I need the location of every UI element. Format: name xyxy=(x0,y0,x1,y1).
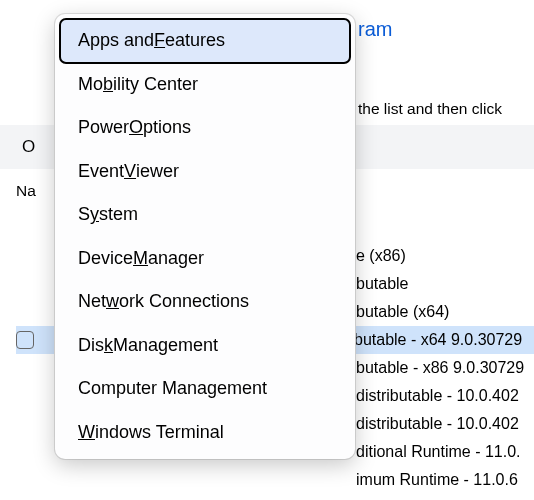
menu-item-accelerator: O xyxy=(129,117,143,138)
menu-item-event-viewer[interactable]: Event Viewer xyxy=(60,150,350,194)
menu-item-post: iewer xyxy=(136,161,179,182)
menu-item-network-connections[interactable]: Network Connections xyxy=(60,280,350,324)
menu-item-apps-and-features[interactable]: Apps and Features xyxy=(60,19,350,63)
menu-item-pre: S xyxy=(78,204,90,225)
menu-item-pre: Apps and xyxy=(78,30,154,51)
menu-item-post: eatures xyxy=(165,30,225,51)
menu-item-pre: Dis xyxy=(78,335,104,356)
menu-item-post: stem xyxy=(99,204,138,225)
menu-item-disk-management[interactable]: Disk Management xyxy=(60,324,350,368)
menu-item-accelerator: W xyxy=(78,422,95,443)
help-text-partial: the list and then click xyxy=(358,100,502,118)
menu-item-accelerator: y xyxy=(90,204,99,225)
organize-label-partial: O xyxy=(22,137,35,157)
menu-item-device-manager[interactable]: Device Manager xyxy=(60,237,350,281)
menu-item-pre: Net xyxy=(78,291,106,312)
menu-item-accelerator: F xyxy=(154,30,165,51)
menu-item-system[interactable]: System xyxy=(60,193,350,237)
menu-item-accelerator: g xyxy=(207,378,217,399)
menu-item-post: Management xyxy=(113,335,218,356)
column-header-name[interactable]: Na xyxy=(16,182,36,200)
menu-item-pre: Mo xyxy=(78,74,103,95)
menu-item-mobility-center[interactable]: Mobility Center xyxy=(60,63,350,107)
menu-item-pre: Computer Mana xyxy=(78,378,207,399)
link-program-partial[interactable]: ram xyxy=(358,18,392,40)
winx-context-menu: Apps and FeaturesMobility CenterPower Op… xyxy=(55,14,355,459)
menu-item-accelerator: M xyxy=(133,248,148,269)
menu-item-post: indows Terminal xyxy=(95,422,224,443)
menu-item-post: ement xyxy=(217,378,267,399)
menu-item-windows-terminal[interactable]: Windows Terminal xyxy=(60,411,350,455)
menu-item-power-options[interactable]: Power Options xyxy=(60,106,350,150)
menu-item-accelerator: w xyxy=(106,291,119,312)
menu-item-pre: Event xyxy=(78,161,124,182)
menu-item-accelerator: V xyxy=(124,161,136,182)
list-item[interactable]: imum Runtime - 11.0.6 xyxy=(16,466,534,494)
list-item-label: butable - x64 9.0.30729 xyxy=(354,331,522,349)
menu-item-post: anager xyxy=(148,248,204,269)
menu-item-pre: Device xyxy=(78,248,133,269)
menu-item-post: ork Connections xyxy=(119,291,249,312)
menu-item-pre: Power xyxy=(78,117,129,138)
menu-item-accelerator: b xyxy=(103,74,113,95)
menu-item-post: ility Center xyxy=(113,74,198,95)
menu-item-computer-management[interactable]: Computer Management xyxy=(60,367,350,411)
menu-item-accelerator: k xyxy=(104,335,113,356)
menu-item-post: ptions xyxy=(143,117,191,138)
